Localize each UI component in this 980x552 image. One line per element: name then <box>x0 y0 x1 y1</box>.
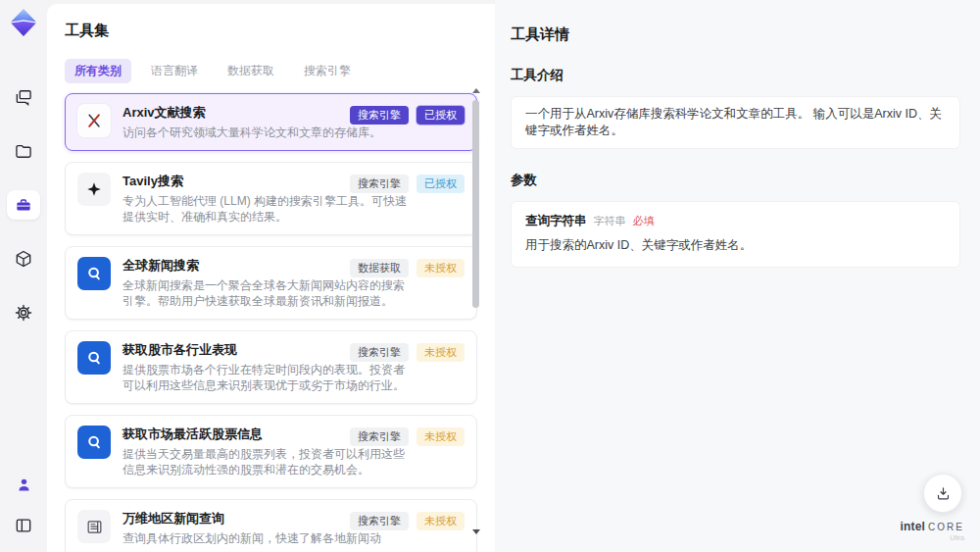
category-badge: 数据获取 <box>350 259 409 277</box>
details-title: 工具详情 <box>511 25 960 44</box>
params-heading: 参数 <box>511 172 960 189</box>
tool-description: 提供当天交易量最高的股票列表，投资者可以利用这些信息来识别流动性强的股票和潜在的… <box>122 446 411 477</box>
status-badge: 已授权 <box>416 175 465 193</box>
toolbox-icon[interactable] <box>7 190 40 220</box>
tool-list-pane: 工具集 所有类别语言翻译数据获取搜索引擎 Arxiv文献搜索 访问各个研究领域大… <box>47 4 495 552</box>
ultra-wordmark: Ultra <box>900 534 964 541</box>
settings-icon[interactable] <box>7 298 40 327</box>
tool-description: 全球新闻搜索是一个聚合全球各大新闻网站内容的搜索引擎。帮助用户快速获取全球最新资… <box>122 277 411 309</box>
tool-card[interactable]: 获取市场最活跃股票信息 提供当天交易量最高的股票列表，投资者可以利用这些信息来识… <box>65 415 477 488</box>
rail-bottom <box>7 470 40 540</box>
blueq-icon <box>77 257 111 290</box>
category-badge: 搜索引擎 <box>350 427 409 446</box>
category-badge: 搜索引擎 <box>350 106 409 125</box>
panel-toggle-icon[interactable] <box>7 511 40 540</box>
blueq-icon <box>77 426 111 459</box>
cube-icon[interactable] <box>7 244 40 274</box>
arxiv-icon <box>77 104 111 137</box>
download-button[interactable] <box>923 474 962 513</box>
tool-details-pane: 工具详情 工具介绍 一个用于从Arxiv存储库搜索科学论文和文章的工具。 输入可… <box>495 0 980 552</box>
core-wordmark: core <box>928 523 964 532</box>
tool-description: 查询具体行政区划内的新闻，快速了解各地新闻动 <box>122 530 381 546</box>
param-name: 查询字符串 <box>525 213 587 229</box>
category-tab[interactable]: 搜索引擎 <box>294 59 361 83</box>
blueq-icon <box>77 341 111 375</box>
chat-icon[interactable] <box>7 82 40 112</box>
tool-card[interactable]: 万维地区新闻查询 查询具体行政区划内的新闻，快速了解各地新闻动 搜索引擎 未授权 <box>65 499 477 552</box>
intel-core-logo: intel core Ultra <box>900 521 964 541</box>
category-tab[interactable]: 语言翻译 <box>141 59 208 83</box>
folder-icon[interactable] <box>7 136 40 166</box>
scrollbar <box>471 88 480 534</box>
category-tabs: 所有类别语言翻译数据获取搜索引擎 <box>65 59 495 83</box>
tool-description: 访问各个研究领域大量科学论文和文章的存储库。 <box>122 125 381 140</box>
intel-wordmark: intel <box>900 521 925 532</box>
scroll-down-arrow[interactable] <box>472 529 480 534</box>
tool-card[interactable]: Tavily搜索 专为人工智能代理 (LLM) 构建的搜索引擎工具。可快速提供实… <box>65 162 477 235</box>
news-icon <box>77 510 111 543</box>
category-badge: 搜索引擎 <box>350 343 409 362</box>
scroll-up-arrow[interactable] <box>472 88 480 93</box>
page-title: 工具集 <box>47 4 495 40</box>
intro-text: 一个用于从Arxiv存储库搜索科学论文和文章的工具。 输入可以是Arxiv ID… <box>525 107 942 137</box>
tool-card[interactable]: 全球新闻搜索 全球新闻搜索是一个聚合全球各大新闻网站内容的搜索引擎。帮助用户快速… <box>65 246 477 320</box>
category-tab[interactable]: 所有类别 <box>65 59 131 83</box>
user-icon[interactable] <box>7 470 40 499</box>
tool-description: 提供股票市场各个行业在特定时间段内的表现。投资者可以利用这些信息来识别表现优于或… <box>122 362 411 393</box>
sparkle-icon <box>77 173 111 206</box>
sidebar-rail <box>0 0 47 552</box>
category-tab[interactable]: 数据获取 <box>218 59 284 83</box>
rail-nav <box>7 82 40 327</box>
tool-card[interactable]: 获取股市各行业表现 提供股票市场各个行业在特定时间段内的表现。投资者可以利用这些… <box>65 330 477 404</box>
tool-list: Arxiv文献搜索 访问各个研究领域大量科学论文和文章的存储库。 搜索引擎 已授… <box>65 93 477 552</box>
status-badge: 已授权 <box>416 106 465 125</box>
param-card: 查询字符串 字符串 必填 用于搜索的Arxiv ID、关键字或作者姓名。 <box>511 201 960 268</box>
tool-description: 专为人工智能代理 (LLM) 构建的搜索引擎工具。可快速提供实时、准确和真实的结… <box>122 193 411 225</box>
status-badge: 未授权 <box>416 427 465 446</box>
tool-name: 万维地区新闻查询 <box>122 510 381 527</box>
scrollbar-thumb[interactable] <box>472 100 479 308</box>
param-desc: 用于搜索的Arxiv ID、关键字或作者姓名。 <box>525 237 946 254</box>
category-badge: 搜索引擎 <box>350 512 409 530</box>
app-logo-icon[interactable] <box>9 8 38 37</box>
status-badge: 未授权 <box>416 512 465 530</box>
tool-name: Arxiv文献搜索 <box>122 104 381 122</box>
intro-heading: 工具介绍 <box>511 67 960 84</box>
param-required-badge: 必填 <box>633 213 655 229</box>
intro-card: 一个用于从Arxiv存储库搜索科学论文和文章的工具。 输入可以是Arxiv ID… <box>511 96 960 149</box>
tool-card[interactable]: Arxiv文献搜索 访问各个研究领域大量科学论文和文章的存储库。 搜索引擎 已授… <box>65 93 477 151</box>
status-badge: 未授权 <box>416 343 465 362</box>
param-type: 字符串 <box>594 213 626 229</box>
param-head: 查询字符串 字符串 必填 <box>525 213 946 229</box>
status-badge: 未授权 <box>416 259 465 277</box>
category-badge: 搜索引擎 <box>350 175 409 193</box>
